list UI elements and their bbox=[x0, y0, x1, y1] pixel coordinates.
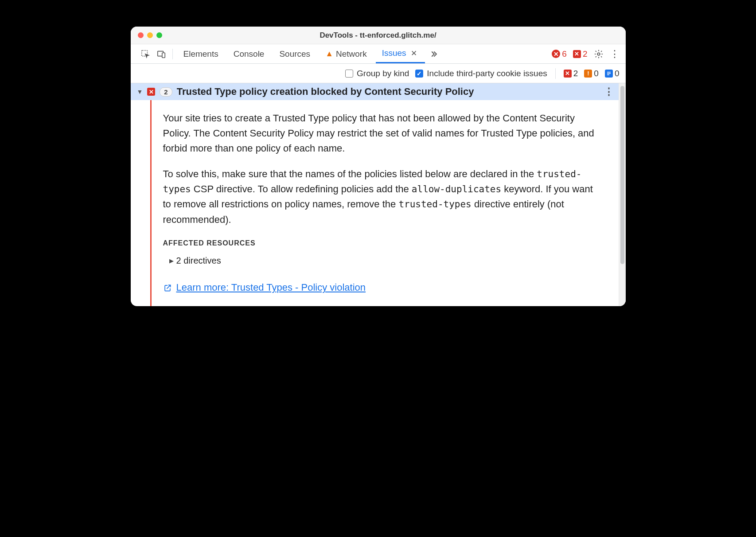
svg-point-3 bbox=[597, 53, 600, 55]
minimize-window-button[interactable] bbox=[147, 32, 153, 38]
page-error-count[interactable]: ✕ 2 bbox=[571, 47, 589, 61]
chip-count: 0 bbox=[615, 69, 620, 78]
warning-triangle-icon: ▲ bbox=[325, 49, 333, 58]
page-error-count-value: 2 bbox=[583, 49, 588, 59]
breaking-change-icon: ! bbox=[584, 70, 592, 78]
tab-console[interactable]: Console bbox=[227, 44, 271, 63]
improvement-chip[interactable]: 0 bbox=[605, 69, 620, 78]
tab-network[interactable]: ▲ Network bbox=[319, 44, 373, 63]
tab-sources[interactable]: Sources bbox=[273, 44, 316, 63]
more-tabs-icon[interactable] bbox=[428, 48, 440, 60]
tab-elements[interactable]: Elements bbox=[177, 44, 225, 63]
directives-label: 2 directives bbox=[176, 254, 221, 268]
chip-count: 0 bbox=[594, 69, 599, 78]
checkbox-label: Include third-party cookie issues bbox=[427, 69, 547, 78]
issue-paragraph: Your site tries to create a Trusted Type… bbox=[163, 111, 601, 156]
breaking-change-chip[interactable]: ! 0 bbox=[584, 69, 599, 78]
chip-count: 2 bbox=[573, 69, 578, 78]
tab-label: Sources bbox=[279, 49, 310, 59]
expand-triangle-icon: ▶ bbox=[169, 257, 174, 265]
affected-resources-label: AFFECTED RESOURCES bbox=[163, 238, 601, 249]
window-controls bbox=[138, 32, 162, 38]
devtools-window: DevTools - tt-enforced.glitch.me/ Elemen… bbox=[131, 27, 626, 306]
issues-pane: ▼ ✕ 2 Trusted Type policy creation block… bbox=[131, 83, 619, 306]
code-token: allow-duplicates bbox=[412, 184, 501, 195]
page-error-icon: ✕ bbox=[573, 50, 581, 58]
expand-caret-icon[interactable]: ▼ bbox=[137, 88, 143, 95]
svg-rect-2 bbox=[162, 53, 164, 58]
tab-label: Elements bbox=[183, 49, 218, 59]
window-title: DevTools - tt-enforced.glitch.me/ bbox=[131, 31, 626, 40]
page-error-icon: ✕ bbox=[147, 88, 155, 96]
learn-more-row: Learn more: Trusted Types - Policy viola… bbox=[163, 280, 601, 295]
inspect-element-icon[interactable] bbox=[139, 47, 152, 61]
device-toolbar-icon[interactable] bbox=[155, 47, 168, 61]
error-count-value: 6 bbox=[562, 49, 567, 59]
page-errors-chip[interactable]: ✕ 2 bbox=[564, 69, 578, 78]
settings-icon[interactable] bbox=[592, 47, 605, 61]
issue-body: Your site tries to create a Trusted Type… bbox=[150, 100, 619, 306]
tabbar: Elements Console Sources ▲ Network Issue… bbox=[131, 44, 626, 64]
learn-more-link[interactable]: Learn more: Trusted Types - Policy viola… bbox=[176, 280, 366, 295]
scrollbar-thumb[interactable] bbox=[620, 86, 624, 264]
page-error-icon: ✕ bbox=[564, 70, 572, 78]
titlebar: DevTools - tt-enforced.glitch.me/ bbox=[131, 27, 626, 44]
code-token: trusted-types bbox=[398, 199, 471, 210]
checkbox-label: Group by kind bbox=[357, 69, 409, 78]
error-count[interactable]: ✕ 6 bbox=[550, 47, 569, 61]
issue-title: Trusted Type policy creation blocked by … bbox=[177, 86, 474, 97]
group-by-kind-checkbox[interactable]: Group by kind bbox=[345, 69, 409, 78]
tab-label: Console bbox=[234, 49, 265, 59]
error-circle-icon: ✕ bbox=[552, 50, 560, 58]
tab-label: Network bbox=[336, 49, 367, 59]
affected-directives-row[interactable]: ▶ 2 directives bbox=[169, 254, 601, 268]
tab-label: Issues bbox=[382, 48, 406, 58]
checkbox-unchecked-icon bbox=[345, 70, 353, 78]
improvement-icon bbox=[605, 70, 613, 78]
issues-content: ▼ ✕ 2 Trusted Type policy creation block… bbox=[131, 83, 626, 306]
issue-header[interactable]: ▼ ✕ 2 Trusted Type policy creation block… bbox=[131, 83, 619, 100]
tab-issues[interactable]: Issues ✕ bbox=[376, 44, 425, 63]
zoom-window-button[interactable] bbox=[156, 32, 162, 38]
more-options-icon[interactable]: ⋮ bbox=[608, 47, 621, 62]
checkbox-checked-icon: ✓ bbox=[415, 70, 423, 78]
close-window-button[interactable] bbox=[138, 32, 144, 38]
issue-paragraph: To solve this, make sure that the names … bbox=[163, 167, 601, 227]
include-third-party-checkbox[interactable]: ✓ Include third-party cookie issues bbox=[415, 69, 547, 78]
close-tab-icon[interactable]: ✕ bbox=[409, 49, 419, 58]
filter-bar: Group by kind ✓ Include third-party cook… bbox=[131, 64, 626, 83]
issue-count-badge: 2 bbox=[160, 87, 172, 97]
separator bbox=[555, 68, 556, 79]
issue-menu-icon[interactable]: ⋮ bbox=[604, 86, 614, 97]
separator bbox=[172, 49, 173, 59]
scrollbar[interactable] bbox=[619, 83, 626, 306]
external-link-icon bbox=[163, 284, 172, 292]
